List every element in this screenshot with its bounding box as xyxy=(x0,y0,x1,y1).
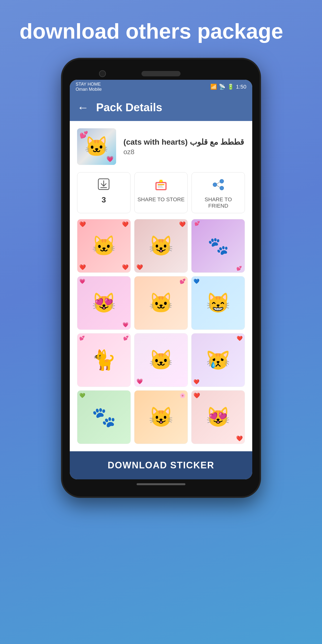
network-label: STAY HOME xyxy=(76,82,102,87)
svg-point-10 xyxy=(213,183,217,186)
share-to-store-label: SHARE TO STORE xyxy=(137,196,184,203)
sticker-item[interactable]: 🐈 💕 💕 xyxy=(77,333,131,387)
sticker-item[interactable]: 😺 ❤️ ❤️ xyxy=(134,219,188,273)
download-count: 3 xyxy=(102,196,106,204)
svg-point-9 xyxy=(220,179,224,183)
sticker-item[interactable]: 🐱 💕 xyxy=(134,276,188,330)
svg-line-13 xyxy=(217,186,220,187)
speaker xyxy=(142,71,180,76)
share-to-friend-label: SHARE TO FRIEND xyxy=(194,196,242,209)
svg-rect-7 xyxy=(158,187,164,188)
sticker-item[interactable]: 🐾 💕 💕 xyxy=(191,219,245,273)
pack-info: قططط مع قلوب (cats with hearts) oz8 xyxy=(124,137,245,156)
svg-rect-5 xyxy=(158,184,164,185)
app-bar-title: Pack Details xyxy=(96,101,162,114)
status-bar: STAY HOME Oman Mobile 📶 📡 🔋 1:50 xyxy=(70,80,252,94)
phone-frame: STAY HOME Oman Mobile 📶 📡 🔋 1:50 ← Pack … xyxy=(61,58,261,498)
share-to-friend-button[interactable]: SHARE TO FRIEND xyxy=(192,172,245,213)
pack-thumbnail: 🐱 💕 💗 xyxy=(77,128,116,165)
download-bar: DOWNLOAD STICKER xyxy=(70,451,252,479)
action-buttons: 3 SHARE T xyxy=(77,172,245,213)
share-icon xyxy=(212,178,225,194)
sticker-item[interactable]: 😿 ❤️ ❤️ xyxy=(191,333,245,387)
svg-line-12 xyxy=(217,182,220,184)
pack-header: 🐱 💕 💗 قططط مع قلوب (cats with hearts) oz… xyxy=(77,128,245,165)
sticker-item[interactable]: 🐱 ❤️ ❤️ ❤️ ❤️ xyxy=(77,219,131,273)
main-content: 🐱 💕 💗 قططط مع قلوب (cats with hearts) oz… xyxy=(70,121,252,451)
download-icon xyxy=(97,178,110,193)
pack-author: oz8 xyxy=(124,148,245,156)
carrier-label: Oman Mobile xyxy=(76,87,102,92)
sticker-item[interactable]: 😸 💙 xyxy=(191,276,245,330)
page-title: download others package xyxy=(0,0,322,58)
time-display: 1:50 xyxy=(236,84,246,90)
sticker-item[interactable]: 😻 💗 💗 xyxy=(77,276,131,330)
battery-icon: 🔋 xyxy=(227,84,234,90)
sticker-grid: 🐱 ❤️ ❤️ ❤️ ❤️ 😺 ❤️ ❤️ xyxy=(77,219,245,444)
sticker-item[interactable]: 😻 ❤️ ❤️ xyxy=(191,390,245,444)
wifi-icon: 📡 xyxy=(219,84,226,90)
share-to-store-button[interactable]: SHARE TO STORE xyxy=(134,172,188,213)
download-button[interactable]: 3 xyxy=(77,172,130,213)
back-button[interactable]: ← xyxy=(77,101,89,114)
store-icon xyxy=(154,178,168,194)
svg-rect-8 xyxy=(160,180,162,182)
svg-point-11 xyxy=(220,186,224,190)
sticker-item[interactable]: 🐱 💗 xyxy=(134,333,188,387)
download-sticker-button[interactable]: DOWNLOAD STICKER xyxy=(108,460,214,470)
svg-rect-6 xyxy=(158,186,162,186)
camera xyxy=(99,70,106,77)
signal-icon: 📶 xyxy=(210,84,217,90)
pack-name: قططط مع قلوب (cats with hearts) xyxy=(124,137,245,146)
sticker-item[interactable]: 😺 🌸 xyxy=(134,390,188,444)
sticker-item[interactable]: 🐾 💚 xyxy=(77,390,131,444)
app-bar: ← Pack Details xyxy=(70,94,252,121)
home-indicator xyxy=(136,483,186,485)
